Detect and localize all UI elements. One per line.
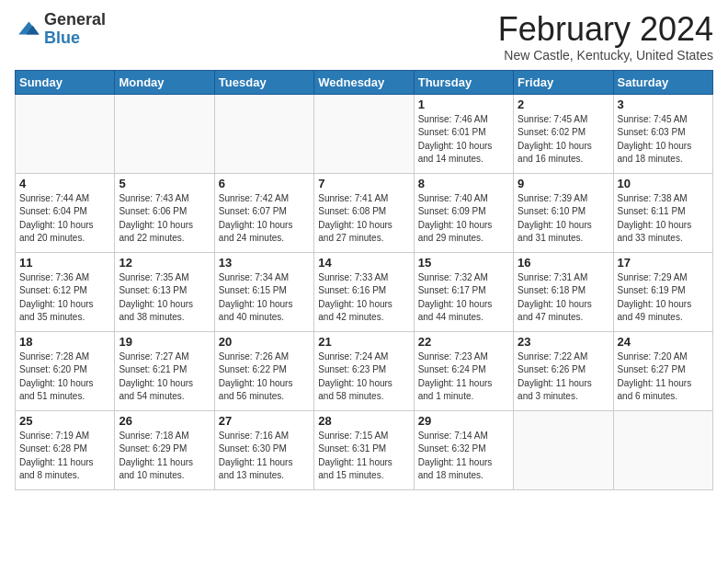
day-number: 11 (19, 256, 110, 270)
calendar-cell: 7Sunrise: 7:41 AMSunset: 6:08 PMDaylight… (314, 173, 414, 252)
day-info: Sunrise: 7:27 AMSunset: 6:21 PMDaylight:… (119, 350, 210, 404)
weekday-header-sunday: Sunday (16, 70, 115, 94)
calendar-cell (214, 94, 313, 173)
calendar-week-1: 4Sunrise: 7:44 AMSunset: 6:04 PMDaylight… (16, 173, 713, 252)
day-info: Sunrise: 7:15 AMSunset: 6:31 PMDaylight:… (318, 430, 409, 483)
day-number: 29 (418, 414, 509, 428)
calendar-cell: 25Sunrise: 7:19 AMSunset: 6:28 PMDayligh… (16, 410, 115, 489)
calendar-cell (314, 94, 414, 173)
day-number: 17 (618, 256, 709, 270)
day-info: Sunrise: 7:40 AMSunset: 6:09 PMDaylight:… (418, 192, 509, 246)
calendar-cell: 18Sunrise: 7:28 AMSunset: 6:20 PMDayligh… (16, 331, 115, 410)
weekday-row: SundayMondayTuesdayWednesdayThursdayFrid… (16, 70, 713, 94)
calendar-cell: 19Sunrise: 7:27 AMSunset: 6:21 PMDayligh… (115, 331, 214, 410)
calendar-cell: 26Sunrise: 7:18 AMSunset: 6:29 PMDayligh… (115, 410, 214, 489)
day-info: Sunrise: 7:29 AMSunset: 6:19 PMDaylight:… (618, 271, 709, 325)
day-info: Sunrise: 7:35 AMSunset: 6:13 PMDaylight:… (119, 271, 210, 325)
day-number: 20 (219, 335, 310, 349)
day-info: Sunrise: 7:46 AMSunset: 6:01 PMDaylight:… (418, 113, 509, 167)
day-number: 7 (318, 177, 409, 190)
day-number: 28 (318, 414, 409, 428)
calendar-cell: 27Sunrise: 7:16 AMSunset: 6:30 PMDayligh… (214, 410, 313, 489)
calendar-cell: 9Sunrise: 7:39 AMSunset: 6:10 PMDaylight… (514, 173, 613, 252)
calendar-cell: 20Sunrise: 7:26 AMSunset: 6:22 PMDayligh… (214, 331, 313, 410)
day-number: 18 (19, 335, 110, 349)
calendar-cell (16, 94, 115, 173)
logo-icon (15, 17, 40, 42)
calendar-subtitle: New Castle, Kentucky, United States (498, 48, 713, 63)
day-info: Sunrise: 7:16 AMSunset: 6:30 PMDaylight:… (219, 430, 310, 483)
calendar-cell: 23Sunrise: 7:22 AMSunset: 6:26 PMDayligh… (514, 331, 613, 410)
calendar-week-2: 11Sunrise: 7:36 AMSunset: 6:12 PMDayligh… (16, 252, 713, 331)
day-number: 13 (219, 256, 310, 270)
day-info: Sunrise: 7:31 AMSunset: 6:18 PMDaylight:… (518, 271, 609, 325)
day-number: 15 (418, 256, 509, 270)
day-number: 16 (518, 256, 609, 270)
calendar-cell: 4Sunrise: 7:44 AMSunset: 6:04 PMDaylight… (16, 173, 115, 252)
calendar-body: 1Sunrise: 7:46 AMSunset: 6:01 PMDaylight… (16, 94, 713, 489)
calendar-cell: 21Sunrise: 7:24 AMSunset: 6:23 PMDayligh… (314, 331, 414, 410)
day-number: 12 (119, 256, 210, 270)
day-info: Sunrise: 7:14 AMSunset: 6:32 PMDaylight:… (418, 430, 509, 483)
day-info: Sunrise: 7:23 AMSunset: 6:24 PMDaylight:… (418, 350, 509, 404)
day-number: 23 (518, 335, 609, 349)
calendar-week-4: 25Sunrise: 7:19 AMSunset: 6:28 PMDayligh… (16, 410, 713, 489)
day-number: 9 (518, 177, 609, 190)
day-number: 22 (418, 335, 509, 349)
day-info: Sunrise: 7:45 AMSunset: 6:03 PMDaylight:… (618, 113, 709, 167)
day-number: 14 (318, 256, 409, 270)
calendar-cell: 24Sunrise: 7:20 AMSunset: 6:27 PMDayligh… (613, 331, 712, 410)
day-info: Sunrise: 7:22 AMSunset: 6:26 PMDaylight:… (518, 350, 609, 404)
calendar-week-3: 18Sunrise: 7:28 AMSunset: 6:20 PMDayligh… (16, 331, 713, 410)
day-number: 1 (418, 98, 509, 111)
logo-text: General Blue (44, 11, 106, 48)
calendar-table: SundayMondayTuesdayWednesdayThursdayFrid… (15, 70, 713, 490)
day-info: Sunrise: 7:18 AMSunset: 6:29 PMDaylight:… (119, 430, 210, 483)
calendar-cell: 17Sunrise: 7:29 AMSunset: 6:19 PMDayligh… (613, 252, 712, 331)
day-info: Sunrise: 7:45 AMSunset: 6:02 PMDaylight:… (518, 113, 609, 167)
day-info: Sunrise: 7:24 AMSunset: 6:23 PMDaylight:… (318, 350, 409, 404)
day-info: Sunrise: 7:42 AMSunset: 6:07 PMDaylight:… (219, 192, 310, 246)
calendar-cell (514, 410, 613, 489)
day-info: Sunrise: 7:44 AMSunset: 6:04 PMDaylight:… (19, 192, 110, 246)
day-info: Sunrise: 7:43 AMSunset: 6:06 PMDaylight:… (119, 192, 210, 246)
day-info: Sunrise: 7:39 AMSunset: 6:10 PMDaylight:… (518, 192, 609, 246)
calendar-cell: 14Sunrise: 7:33 AMSunset: 6:16 PMDayligh… (314, 252, 414, 331)
day-info: Sunrise: 7:28 AMSunset: 6:20 PMDaylight:… (19, 350, 110, 404)
day-number: 24 (618, 335, 709, 349)
title-block: February 2024 New Castle, Kentucky, Unit… (498, 11, 713, 63)
day-info: Sunrise: 7:34 AMSunset: 6:15 PMDaylight:… (219, 271, 310, 325)
calendar-cell: 29Sunrise: 7:14 AMSunset: 6:32 PMDayligh… (414, 410, 513, 489)
day-info: Sunrise: 7:19 AMSunset: 6:28 PMDaylight:… (19, 430, 110, 483)
weekday-header-saturday: Saturday (613, 70, 712, 94)
day-number: 3 (618, 98, 709, 111)
day-number: 21 (318, 335, 409, 349)
day-number: 19 (119, 335, 210, 349)
calendar-cell: 22Sunrise: 7:23 AMSunset: 6:24 PMDayligh… (414, 331, 513, 410)
calendar-cell: 1Sunrise: 7:46 AMSunset: 6:01 PMDaylight… (414, 94, 513, 173)
calendar-cell (613, 410, 712, 489)
calendar-title: February 2024 (498, 11, 713, 48)
weekday-header-monday: Monday (115, 70, 214, 94)
day-number: 26 (119, 414, 210, 428)
calendar-cell: 28Sunrise: 7:15 AMSunset: 6:31 PMDayligh… (314, 410, 414, 489)
calendar-cell: 10Sunrise: 7:38 AMSunset: 6:11 PMDayligh… (613, 173, 712, 252)
day-number: 2 (518, 98, 609, 111)
calendar-cell: 13Sunrise: 7:34 AMSunset: 6:15 PMDayligh… (214, 252, 313, 331)
day-number: 27 (219, 414, 310, 428)
calendar-header: SundayMondayTuesdayWednesdayThursdayFrid… (16, 70, 713, 94)
day-info: Sunrise: 7:26 AMSunset: 6:22 PMDaylight:… (219, 350, 310, 404)
day-number: 4 (19, 177, 110, 190)
day-number: 8 (418, 177, 509, 190)
weekday-header-wednesday: Wednesday (314, 70, 414, 94)
day-info: Sunrise: 7:36 AMSunset: 6:12 PMDaylight:… (19, 271, 110, 325)
calendar-cell: 8Sunrise: 7:40 AMSunset: 6:09 PMDaylight… (414, 173, 513, 252)
logo-general: General (44, 10, 106, 29)
day-info: Sunrise: 7:33 AMSunset: 6:16 PMDaylight:… (318, 271, 409, 325)
day-number: 25 (19, 414, 110, 428)
calendar-cell: 11Sunrise: 7:36 AMSunset: 6:12 PMDayligh… (16, 252, 115, 331)
calendar-cell: 16Sunrise: 7:31 AMSunset: 6:18 PMDayligh… (514, 252, 613, 331)
calendar-cell: 2Sunrise: 7:45 AMSunset: 6:02 PMDaylight… (514, 94, 613, 173)
calendar-cell: 6Sunrise: 7:42 AMSunset: 6:07 PMDaylight… (214, 173, 313, 252)
page: General Blue February 2024 New Castle, K… (0, 0, 728, 563)
